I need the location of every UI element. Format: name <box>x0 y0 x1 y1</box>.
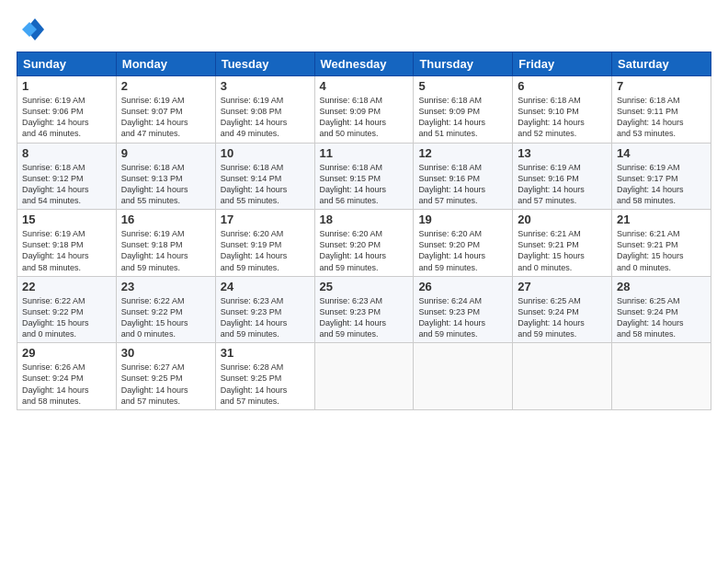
day-number: 26 <box>418 280 507 293</box>
calendar-day-cell: 16 Sunrise: 6:19 AMSunset: 9:18 PMDaylig… <box>116 210 215 277</box>
day-number: 14 <box>617 146 706 160</box>
day-number: 30 <box>121 346 210 360</box>
day-number: 27 <box>518 280 607 293</box>
day-number: 6 <box>518 79 607 93</box>
day-info: Sunrise: 6:25 AMSunset: 9:24 PMDaylight:… <box>518 296 585 339</box>
calendar-day-cell: 29 Sunrise: 6:26 AMSunset: 9:24 PMDaylig… <box>17 343 117 410</box>
calendar-day-cell: 24 Sunrise: 6:23 AMSunset: 9:23 PMDaylig… <box>215 276 314 343</box>
day-number: 15 <box>22 213 111 226</box>
day-info: Sunrise: 6:19 AMSunset: 9:17 PMDaylight:… <box>617 163 684 205</box>
calendar-day-cell: 11 Sunrise: 6:18 AMSunset: 9:15 PMDaylig… <box>314 143 414 210</box>
day-info: Sunrise: 6:18 AMSunset: 9:16 PMDaylight:… <box>418 163 485 205</box>
calendar-day-cell: 21 Sunrise: 6:21 AMSunset: 9:21 PMDaylig… <box>612 210 711 277</box>
calendar-day-header: Sunday <box>17 52 117 76</box>
calendar-week-row: 29 Sunrise: 6:26 AMSunset: 9:24 PMDaylig… <box>17 343 711 410</box>
day-number: 28 <box>617 280 706 293</box>
calendar-day-cell <box>414 343 513 410</box>
calendar-day-header: Tuesday <box>215 52 314 76</box>
day-info: Sunrise: 6:21 AMSunset: 9:21 PMDaylight:… <box>518 229 585 271</box>
calendar-day-header: Saturday <box>612 52 711 76</box>
day-number: 11 <box>320 146 409 160</box>
day-info: Sunrise: 6:18 AMSunset: 9:15 PMDaylight:… <box>320 163 387 205</box>
day-info: Sunrise: 6:18 AMSunset: 9:13 PMDaylight:… <box>121 163 188 205</box>
calendar-day-cell: 20 Sunrise: 6:21 AMSunset: 9:21 PMDaylig… <box>513 210 612 277</box>
day-info: Sunrise: 6:27 AMSunset: 9:25 PMDaylight:… <box>121 362 188 405</box>
calendar-day-cell: 15 Sunrise: 6:19 AMSunset: 9:18 PMDaylig… <box>17 210 117 277</box>
calendar-day-cell: 19 Sunrise: 6:20 AMSunset: 9:20 PMDaylig… <box>414 210 513 277</box>
calendar-day-cell: 9 Sunrise: 6:18 AMSunset: 9:13 PMDayligh… <box>116 143 215 210</box>
calendar-day-header: Wednesday <box>314 52 414 76</box>
calendar-day-header: Thursday <box>414 52 513 76</box>
day-info: Sunrise: 6:28 AMSunset: 9:25 PMDaylight:… <box>221 362 288 405</box>
day-info: Sunrise: 6:19 AMSunset: 9:06 PMDaylight:… <box>22 96 89 138</box>
calendar-day-cell: 10 Sunrise: 6:18 AMSunset: 9:14 PMDaylig… <box>215 143 314 210</box>
day-number: 10 <box>221 146 310 160</box>
calendar-day-header: Monday <box>116 52 215 76</box>
calendar-week-row: 1 Sunrise: 6:19 AMSunset: 9:06 PMDayligh… <box>17 76 711 144</box>
day-number: 19 <box>418 213 507 226</box>
day-info: Sunrise: 6:18 AMSunset: 9:10 PMDaylight:… <box>518 96 585 138</box>
day-info: Sunrise: 6:18 AMSunset: 9:14 PMDaylight:… <box>221 163 288 205</box>
day-info: Sunrise: 6:19 AMSunset: 9:07 PMDaylight:… <box>121 96 188 138</box>
calendar-day-cell: 30 Sunrise: 6:27 AMSunset: 9:25 PMDaylig… <box>116 343 215 410</box>
day-number: 31 <box>221 346 310 360</box>
day-number: 3 <box>221 79 310 93</box>
calendar: SundayMondayTuesdayWednesdayThursdayFrid… <box>17 52 711 410</box>
calendar-day-cell: 28 Sunrise: 6:25 AMSunset: 9:24 PMDaylig… <box>612 276 711 343</box>
day-info: Sunrise: 6:18 AMSunset: 9:11 PMDaylight:… <box>617 96 684 138</box>
calendar-day-cell: 27 Sunrise: 6:25 AMSunset: 9:24 PMDaylig… <box>513 276 612 343</box>
calendar-day-cell: 7 Sunrise: 6:18 AMSunset: 9:11 PMDayligh… <box>612 76 711 144</box>
calendar-day-cell: 5 Sunrise: 6:18 AMSunset: 9:09 PMDayligh… <box>414 76 513 144</box>
logo-icon <box>17 17 46 42</box>
day-number: 22 <box>22 280 111 293</box>
day-info: Sunrise: 6:19 AMSunset: 9:08 PMDaylight:… <box>221 96 288 138</box>
day-number: 18 <box>320 213 409 226</box>
header <box>17 17 711 42</box>
day-info: Sunrise: 6:18 AMSunset: 9:12 PMDaylight:… <box>22 163 89 205</box>
page: SundayMondayTuesdayWednesdayThursdayFrid… <box>0 0 728 419</box>
day-info: Sunrise: 6:20 AMSunset: 9:19 PMDaylight:… <box>221 229 288 271</box>
calendar-day-cell: 31 Sunrise: 6:28 AMSunset: 9:25 PMDaylig… <box>215 343 314 410</box>
calendar-day-cell: 13 Sunrise: 6:19 AMSunset: 9:16 PMDaylig… <box>513 143 612 210</box>
day-number: 7 <box>617 79 706 93</box>
day-info: Sunrise: 6:23 AMSunset: 9:23 PMDaylight:… <box>221 296 288 339</box>
day-number: 2 <box>121 79 210 93</box>
day-number: 1 <box>22 79 111 93</box>
calendar-day-cell: 4 Sunrise: 6:18 AMSunset: 9:09 PMDayligh… <box>314 76 414 144</box>
calendar-week-row: 22 Sunrise: 6:22 AMSunset: 9:22 PMDaylig… <box>17 276 711 343</box>
day-info: Sunrise: 6:22 AMSunset: 9:22 PMDaylight:… <box>121 296 188 339</box>
calendar-day-cell: 26 Sunrise: 6:24 AMSunset: 9:23 PMDaylig… <box>414 276 513 343</box>
day-number: 12 <box>418 146 507 160</box>
day-number: 23 <box>121 280 210 293</box>
day-number: 9 <box>121 146 210 160</box>
calendar-day-cell: 8 Sunrise: 6:18 AMSunset: 9:12 PMDayligh… <box>17 143 117 210</box>
calendar-day-cell: 17 Sunrise: 6:20 AMSunset: 9:19 PMDaylig… <box>215 210 314 277</box>
day-info: Sunrise: 6:22 AMSunset: 9:22 PMDaylight:… <box>22 296 89 339</box>
day-info: Sunrise: 6:20 AMSunset: 9:20 PMDaylight:… <box>320 229 387 271</box>
calendar-day-cell: 18 Sunrise: 6:20 AMSunset: 9:20 PMDaylig… <box>314 210 414 277</box>
day-info: Sunrise: 6:18 AMSunset: 9:09 PMDaylight:… <box>320 96 387 138</box>
day-number: 24 <box>221 280 310 293</box>
calendar-day-cell: 12 Sunrise: 6:18 AMSunset: 9:16 PMDaylig… <box>414 143 513 210</box>
day-number: 29 <box>22 346 111 360</box>
calendar-day-cell: 23 Sunrise: 6:22 AMSunset: 9:22 PMDaylig… <box>116 276 215 343</box>
day-info: Sunrise: 6:18 AMSunset: 9:09 PMDaylight:… <box>418 96 485 138</box>
day-number: 5 <box>418 79 507 93</box>
calendar-day-cell: 2 Sunrise: 6:19 AMSunset: 9:07 PMDayligh… <box>116 76 215 144</box>
day-number: 4 <box>320 79 409 93</box>
day-info: Sunrise: 6:19 AMSunset: 9:16 PMDaylight:… <box>518 163 585 205</box>
day-info: Sunrise: 6:19 AMSunset: 9:18 PMDaylight:… <box>121 229 188 271</box>
day-number: 13 <box>518 146 607 160</box>
day-number: 8 <box>22 146 111 160</box>
day-info: Sunrise: 6:19 AMSunset: 9:18 PMDaylight:… <box>22 229 89 271</box>
calendar-day-cell <box>612 343 711 410</box>
calendar-week-row: 15 Sunrise: 6:19 AMSunset: 9:18 PMDaylig… <box>17 210 711 277</box>
calendar-day-cell: 25 Sunrise: 6:23 AMSunset: 9:23 PMDaylig… <box>314 276 414 343</box>
day-number: 21 <box>617 213 706 226</box>
day-info: Sunrise: 6:24 AMSunset: 9:23 PMDaylight:… <box>418 296 485 339</box>
calendar-day-cell: 3 Sunrise: 6:19 AMSunset: 9:08 PMDayligh… <box>215 76 314 144</box>
day-number: 20 <box>518 213 607 226</box>
day-number: 25 <box>320 280 409 293</box>
calendar-body: 1 Sunrise: 6:19 AMSunset: 9:06 PMDayligh… <box>17 76 711 410</box>
day-info: Sunrise: 6:23 AMSunset: 9:23 PMDaylight:… <box>320 296 387 339</box>
